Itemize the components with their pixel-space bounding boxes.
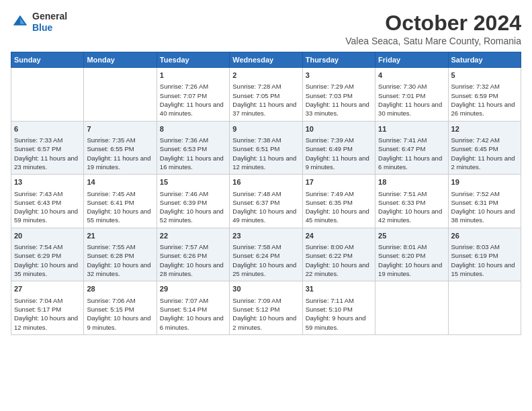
sunrise-text: Sunrise: 7:28 AM xyxy=(232,82,299,91)
calendar-header-wednesday: Wednesday xyxy=(230,52,302,68)
sunset-text: Sunset: 6:31 PM xyxy=(451,198,518,207)
calendar-cell: 23Sunrise: 7:58 AMSunset: 6:24 PMDayligh… xyxy=(230,228,302,281)
daylight-text: Daylight: 10 hours and 59 minutes. xyxy=(14,207,81,225)
calendar-week-row: 13Sunrise: 7:43 AMSunset: 6:43 PMDayligh… xyxy=(11,175,521,228)
month-title: October 2024 xyxy=(345,11,521,36)
calendar-cell: 12Sunrise: 7:42 AMSunset: 6:45 PMDayligh… xyxy=(448,121,521,175)
daylight-text: Daylight: 11 hours and 19 minutes. xyxy=(87,154,153,172)
daylight-text: Daylight: 10 hours and 28 minutes. xyxy=(160,261,226,279)
title-section: October 2024 Valea Seaca, Satu Mare Coun… xyxy=(345,11,521,46)
calendar-week-row: 1Sunrise: 7:26 AMSunset: 7:07 PMDaylight… xyxy=(11,68,521,122)
calendar-cell: 11Sunrise: 7:41 AMSunset: 6:47 PMDayligh… xyxy=(375,121,448,175)
daylight-text: Daylight: 10 hours and 6 minutes. xyxy=(160,314,226,332)
daylight-text: Daylight: 10 hours and 2 minutes. xyxy=(232,314,299,332)
sunrise-text: Sunrise: 7:41 AM xyxy=(378,136,445,144)
calendar-cell: 20Sunrise: 7:54 AMSunset: 6:29 PMDayligh… xyxy=(11,228,84,281)
calendar-cell: 26Sunrise: 8:03 AMSunset: 6:19 PMDayligh… xyxy=(448,228,521,281)
day-number: 30 xyxy=(232,284,299,294)
calendar-cell xyxy=(11,68,84,122)
daylight-text: Daylight: 10 hours and 42 minutes. xyxy=(378,207,445,225)
sunrise-text: Sunrise: 7:46 AM xyxy=(160,189,226,198)
daylight-text: Daylight: 11 hours and 40 minutes. xyxy=(160,100,226,118)
sunset-text: Sunset: 6:59 PM xyxy=(451,91,518,100)
sunrise-text: Sunrise: 7:32 AM xyxy=(451,82,518,91)
day-number: 12 xyxy=(451,124,518,134)
sunrise-text: Sunrise: 7:52 AM xyxy=(451,189,518,198)
sunrise-text: Sunrise: 7:06 AM xyxy=(87,296,153,305)
sunrise-text: Sunrise: 7:39 AM xyxy=(306,136,372,144)
sunrise-text: Sunrise: 7:57 AM xyxy=(160,242,226,251)
day-number: 25 xyxy=(378,231,445,241)
calendar-cell: 2Sunrise: 7:28 AMSunset: 7:05 PMDaylight… xyxy=(230,68,302,122)
day-number: 29 xyxy=(160,284,226,294)
day-number: 20 xyxy=(14,231,81,241)
daylight-text: Daylight: 11 hours and 33 minutes. xyxy=(306,100,372,118)
day-number: 10 xyxy=(306,124,372,134)
day-number: 11 xyxy=(378,124,445,134)
calendar-week-row: 20Sunrise: 7:54 AMSunset: 6:29 PMDayligh… xyxy=(11,228,521,281)
day-number: 16 xyxy=(232,177,299,187)
calendar-cell: 18Sunrise: 7:51 AMSunset: 6:33 PMDayligh… xyxy=(375,175,448,228)
sunrise-text: Sunrise: 7:45 AM xyxy=(87,189,153,198)
day-number: 26 xyxy=(451,231,518,241)
sunset-text: Sunset: 7:03 PM xyxy=(306,91,372,100)
day-number: 21 xyxy=(87,231,153,241)
sunset-text: Sunset: 6:24 PM xyxy=(232,251,299,260)
sunset-text: Sunset: 6:33 PM xyxy=(378,198,445,207)
day-number: 27 xyxy=(14,284,81,294)
calendar-cell: 15Sunrise: 7:46 AMSunset: 6:39 PMDayligh… xyxy=(157,175,229,228)
calendar-cell: 3Sunrise: 7:29 AMSunset: 7:03 PMDaylight… xyxy=(302,68,375,122)
daylight-text: Daylight: 10 hours and 49 minutes. xyxy=(232,207,299,225)
sunset-text: Sunset: 6:37 PM xyxy=(232,198,299,207)
daylight-text: Daylight: 11 hours and 6 minutes. xyxy=(378,154,445,172)
daylight-text: Daylight: 10 hours and 55 minutes. xyxy=(87,207,153,225)
calendar-cell: 24Sunrise: 8:00 AMSunset: 6:22 PMDayligh… xyxy=(302,228,375,281)
logo-general-text: General xyxy=(32,11,67,21)
sunset-text: Sunset: 5:14 PM xyxy=(160,305,226,314)
calendar-cell: 4Sunrise: 7:30 AMSunset: 7:01 PMDaylight… xyxy=(375,68,448,122)
calendar-cell: 22Sunrise: 7:57 AMSunset: 6:26 PMDayligh… xyxy=(157,228,229,281)
sunset-text: Sunset: 6:55 PM xyxy=(87,144,153,153)
sunrise-text: Sunrise: 7:49 AM xyxy=(306,189,372,198)
calendar-header-saturday: Saturday xyxy=(448,52,521,68)
day-number: 28 xyxy=(87,284,153,294)
calendar-cell: 25Sunrise: 8:01 AMSunset: 6:20 PMDayligh… xyxy=(375,228,448,281)
day-number: 24 xyxy=(306,231,372,241)
calendar-cell xyxy=(375,281,448,335)
daylight-text: Daylight: 10 hours and 35 minutes. xyxy=(14,261,81,279)
calendar-cell: 5Sunrise: 7:32 AMSunset: 6:59 PMDaylight… xyxy=(448,68,521,122)
daylight-text: Daylight: 10 hours and 15 minutes. xyxy=(451,261,518,279)
sunrise-text: Sunrise: 7:43 AM xyxy=(14,189,81,198)
calendar-cell: 28Sunrise: 7:06 AMSunset: 5:15 PMDayligh… xyxy=(84,281,157,335)
logo-icon xyxy=(11,13,30,32)
sunrise-text: Sunrise: 7:36 AM xyxy=(160,136,226,144)
daylight-text: Daylight: 11 hours and 16 minutes. xyxy=(160,154,226,172)
day-number: 5 xyxy=(451,71,518,81)
sunset-text: Sunset: 6:45 PM xyxy=(451,144,518,153)
calendar-cell: 29Sunrise: 7:07 AMSunset: 5:14 PMDayligh… xyxy=(157,281,229,335)
sunrise-text: Sunrise: 7:29 AM xyxy=(306,82,372,91)
day-number: 19 xyxy=(451,177,518,187)
sunset-text: Sunset: 6:20 PM xyxy=(378,251,445,260)
sunset-text: Sunset: 6:39 PM xyxy=(160,198,226,207)
day-number: 7 xyxy=(87,124,153,134)
daylight-text: Daylight: 10 hours and 25 minutes. xyxy=(232,261,299,279)
location-title: Valea Seaca, Satu Mare County, Romania xyxy=(345,36,521,46)
sunset-text: Sunset: 6:28 PM xyxy=(87,251,153,260)
calendar-cell: 16Sunrise: 7:48 AMSunset: 6:37 PMDayligh… xyxy=(230,175,302,228)
day-number: 2 xyxy=(232,71,299,81)
day-number: 4 xyxy=(378,71,445,81)
calendar-header-thursday: Thursday xyxy=(302,52,375,68)
day-number: 8 xyxy=(160,124,226,134)
calendar-cell: 13Sunrise: 7:43 AMSunset: 6:43 PMDayligh… xyxy=(11,175,84,228)
daylight-text: Daylight: 10 hours and 9 minutes. xyxy=(87,314,153,332)
sunrise-text: Sunrise: 7:54 AM xyxy=(14,242,81,251)
sunrise-text: Sunrise: 7:26 AM xyxy=(160,82,226,91)
day-number: 17 xyxy=(306,177,372,187)
calendar-cell: 14Sunrise: 7:45 AMSunset: 6:41 PMDayligh… xyxy=(84,175,157,228)
sunset-text: Sunset: 5:17 PM xyxy=(14,305,81,314)
calendar-header-friday: Friday xyxy=(375,52,448,68)
calendar-table: SundayMondayTuesdayWednesdayThursdayFrid… xyxy=(11,52,521,335)
daylight-text: Daylight: 10 hours and 32 minutes. xyxy=(87,261,153,279)
sunrise-text: Sunrise: 7:35 AM xyxy=(87,136,153,144)
